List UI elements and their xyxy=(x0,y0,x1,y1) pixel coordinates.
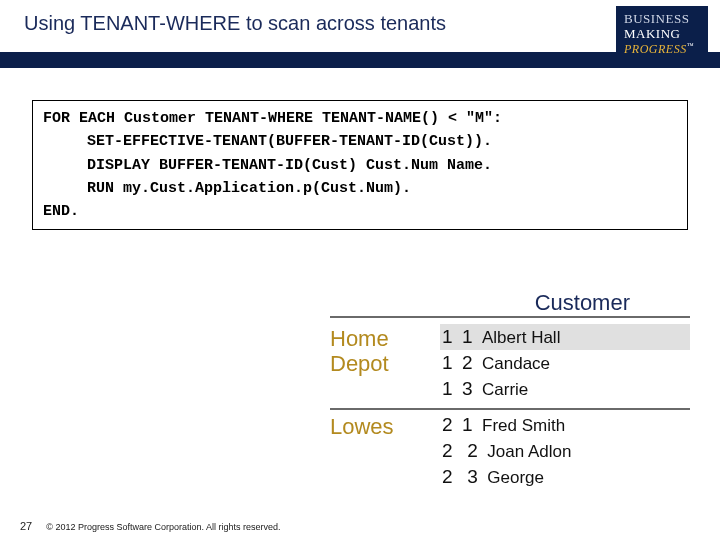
logo-line: PROGRESS xyxy=(624,42,687,56)
cell-tid: 2 xyxy=(442,412,462,438)
cell-num: 2 xyxy=(467,438,487,464)
table-row: 11Albert Hall xyxy=(440,324,690,350)
cell-tid: 2 xyxy=(442,464,462,490)
cell-name: Joan Adlon xyxy=(487,442,571,461)
page-number: 27 xyxy=(20,520,32,532)
cell-tid: 1 xyxy=(442,324,462,350)
tenant-rows: 21Fred Smith 2 2Joan Adlon 2 3George xyxy=(440,412,690,490)
cell-num: 1 xyxy=(462,412,482,438)
code-line: RUN my.Cust.Application.p(Cust.Num). xyxy=(43,177,677,200)
tenant-block: Lowes 21Fred Smith 2 2Joan Adlon 2 3Geor… xyxy=(330,408,690,496)
cell-name: Albert Hall xyxy=(482,328,560,347)
code-line: END. xyxy=(43,200,677,223)
cell-tid: 1 xyxy=(442,350,462,376)
tenant-name: Lowes xyxy=(330,412,440,439)
cell-tid: 2 xyxy=(442,438,462,464)
table-row: 21Fred Smith xyxy=(440,412,690,438)
code-line: SET-EFFECTIVE-TENANT(BUFFER-TENANT-ID(Cu… xyxy=(43,130,677,153)
cell-name: Fred Smith xyxy=(482,416,565,435)
copyright-text: © 2012 Progress Software Corporation. Al… xyxy=(46,522,280,532)
tenant-rows: 11Albert Hall 12Candace 13Carrie xyxy=(440,324,690,402)
cell-name: Carrie xyxy=(482,380,528,399)
brand-logo: BUSINESS MAKING PROGRESS™ xyxy=(616,6,708,62)
cell-tid: 1 xyxy=(442,376,462,402)
table-row: 2 3George xyxy=(440,464,690,490)
table-heading: Customer xyxy=(330,290,690,318)
cell-name: George xyxy=(487,468,544,487)
code-line: DISPLAY BUFFER-TENANT-ID(Cust) Cust.Num … xyxy=(43,154,677,177)
trademark-symbol: ™ xyxy=(687,42,694,50)
table-row: 13Carrie xyxy=(440,376,690,402)
code-block: FOR EACH Customer TENANT-WHERE TENANT-NA… xyxy=(32,100,688,230)
code-box: FOR EACH Customer TENANT-WHERE TENANT-NA… xyxy=(32,100,688,230)
cell-num: 2 xyxy=(462,350,482,376)
header-bar xyxy=(0,52,720,68)
cell-num: 1 xyxy=(462,324,482,350)
cell-name: Candace xyxy=(482,354,550,373)
cell-num: 3 xyxy=(462,376,482,402)
logo-line: MAKING xyxy=(624,27,700,42)
customer-table: Customer Home Depot 11Albert Hall 12Cand… xyxy=(330,290,690,496)
slide-header: Using TENANT-WHERE to scan across tenant… xyxy=(0,0,720,52)
table-row: 2 2Joan Adlon xyxy=(440,438,690,464)
cell-num: 3 xyxy=(467,464,487,490)
logo-line: BUSINESS xyxy=(624,12,700,27)
tenant-block: Home Depot 11Albert Hall 12Candace 13Car… xyxy=(330,322,690,408)
table-row: 12Candace xyxy=(440,350,690,376)
footer: 27 © 2012 Progress Software Corporation.… xyxy=(20,520,281,532)
code-line: FOR EACH Customer TENANT-WHERE TENANT-NA… xyxy=(43,107,677,130)
tenant-name: Home Depot xyxy=(330,324,440,377)
